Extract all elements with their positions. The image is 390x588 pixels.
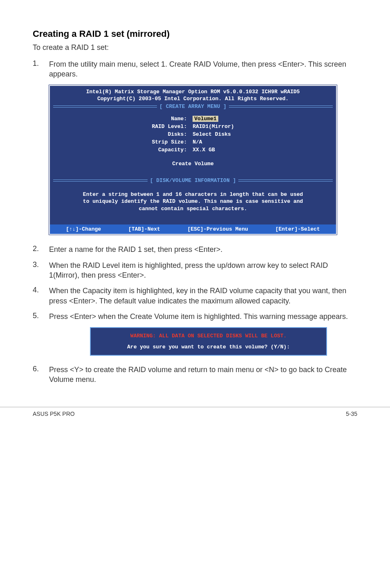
section-info-label: [ DISK/VOLUME INFORMATION ] [148, 177, 239, 184]
intro-text: To create a RAID 1 set: [33, 43, 357, 52]
step-1-text: From the utility main menu, select 1. Cr… [49, 59, 357, 79]
warning-dialog: WARNING: ALL DATA ON SELECTED DISKS WILL… [90, 327, 327, 356]
page-heading: Creating a RAID 1 set (mirrored) [33, 29, 357, 39]
bios-screenshot: Intel(R) Matrix Storage Manager Option R… [49, 85, 337, 235]
step-6-text: Press <Y> to create the RAID volume and … [49, 365, 357, 385]
bios-title-line2: Copyright(C) 2003-05 Intel Corporation. … [53, 95, 333, 103]
help-line3: cannot contain special characters. [57, 205, 329, 213]
rule-line [53, 105, 157, 108]
disks-value[interactable]: Select Disks [190, 131, 236, 138]
raid-level-label: RAID Level: [149, 123, 189, 130]
footer-left: ASUS P5K PRO [33, 411, 75, 417]
rule-line [53, 180, 148, 182]
foot-esc: [ESC]-Previous Menu [188, 226, 248, 232]
warning-prompt[interactable]: Are you sure you want to create this vol… [94, 344, 323, 352]
help-line1: Enter a string between 1 and 16 characte… [57, 191, 329, 198]
step-number-3: 3. [33, 260, 49, 281]
bios-field-table: Name: Volume1 RAID Level: RAID1(Mirror) … [148, 114, 237, 154]
bios-title-line1: Intel(R) Matrix Storage Manager Option R… [53, 88, 333, 96]
capacity-value[interactable]: XX.X GB [190, 146, 236, 153]
step-2-text: Enter a name for the RAID 1 set, then pr… [49, 245, 357, 254]
rule-line [229, 105, 333, 108]
step-3-text: When the RAID Level item is highlighted,… [49, 260, 357, 281]
raid-level-value[interactable]: RAID1(Mirror) [190, 123, 236, 130]
create-volume-item[interactable]: Create Volume [54, 158, 332, 173]
bios-footer-bar: [↑↓]-Change [TAB]-Next [ESC]-Previous Me… [50, 224, 336, 234]
strip-size-value: N/A [190, 139, 236, 146]
name-label: Name: [149, 115, 189, 122]
step-number-5: 5. [33, 312, 49, 321]
section-create-label: [ CREATE ARRAY MENU ] [157, 103, 229, 110]
foot-tab: [TAB]-Next [128, 226, 160, 232]
step-number-1: 1. [33, 59, 49, 79]
step-5-text: Press <Enter> when the Create Volume ite… [49, 312, 357, 321]
capacity-label: Capacity: [149, 146, 189, 153]
foot-change: [↑↓]-Change [66, 226, 101, 232]
name-input[interactable]: Volume1 [193, 116, 218, 122]
warning-red-text: WARNING: ALL DATA ON SELECTED DISKS WILL… [94, 331, 323, 344]
strip-size-label: Strip Size: [149, 139, 189, 146]
disks-label: Disks: [149, 131, 189, 138]
step-number-4: 4. [33, 286, 49, 306]
step-number-2: 2. [33, 245, 49, 254]
step-number-6: 6. [33, 365, 49, 385]
help-line2: to uniquely identify the RAID volume. Th… [57, 198, 329, 205]
step-4-text: When the Capacity item is highlighted, k… [49, 286, 357, 306]
rule-line [238, 180, 333, 182]
foot-enter: [Enter]-Select [275, 226, 320, 232]
footer-right: 5-35 [346, 411, 357, 417]
